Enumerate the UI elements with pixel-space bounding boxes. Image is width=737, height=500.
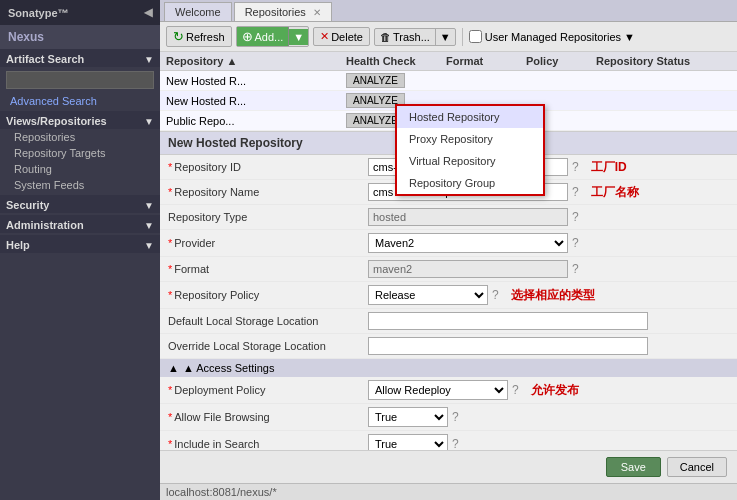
form-label-include-search: *Include in Search: [168, 438, 368, 450]
deployment-select[interactable]: Allow Redeploy Disable Redeploy Read Onl…: [368, 380, 508, 400]
tab-close-icon[interactable]: ✕: [313, 7, 321, 18]
form-field-provider: Maven2 ?: [368, 233, 729, 253]
sidebar-item-routing[interactable]: Routing: [0, 161, 160, 177]
form-row-policy: *Repository Policy Release Snapshot Mixe…: [160, 282, 737, 309]
bottom-bar: Save Cancel: [160, 450, 737, 483]
form-row-file-browsing: *Allow File Browsing True False ?: [160, 404, 737, 431]
policy-help-icon[interactable]: ?: [492, 288, 499, 302]
status-bar: localhost:8081/nexus/*: [160, 483, 737, 500]
tab-welcome[interactable]: Welcome: [164, 2, 232, 21]
trash-button[interactable]: 🗑 Trash... ▼: [374, 28, 456, 46]
sidebar-item-feeds[interactable]: System Feeds: [0, 177, 160, 193]
row-repo-name: Public Repo...: [166, 115, 346, 127]
artifact-search-arrow[interactable]: ▼: [144, 54, 154, 65]
form-label-deployment: *Deployment Policy: [168, 384, 368, 396]
user-managed-checkbox[interactable]: User Managed Repositories ▼: [469, 30, 635, 43]
administration-arrow[interactable]: ▼: [144, 220, 154, 231]
row-repo-name: New Hosted R...: [166, 75, 346, 87]
views-section: Views/Repositories ▼: [0, 111, 160, 129]
file-browsing-help-icon[interactable]: ?: [452, 410, 459, 424]
default-storage-input[interactable]: [368, 312, 648, 330]
dropdown-item-hosted[interactable]: Hosted Repository: [397, 106, 543, 128]
sidebar-item-repositories[interactable]: Repositories: [0, 129, 160, 145]
save-button[interactable]: Save: [606, 457, 661, 477]
form-label-provider: *Provider: [168, 237, 368, 249]
file-browsing-select[interactable]: True False: [368, 407, 448, 427]
form-row-deployment: *Deployment Policy Allow Redeploy Disabl…: [160, 377, 737, 404]
form-label-repo-id: *Repository ID: [168, 161, 368, 173]
repo-name-help-icon[interactable]: ?: [572, 185, 579, 199]
status-text: localhost:8081/nexus/*: [166, 486, 277, 498]
form-row-include-search: *Include in Search True False ?: [160, 431, 737, 450]
include-search-select[interactable]: True False: [368, 434, 448, 450]
dropdown-menu-panel: Hosted Repository Proxy Repository Virtu…: [395, 104, 545, 196]
dropdown-item-virtual[interactable]: Virtual Repository: [397, 150, 543, 172]
search-input[interactable]: [6, 71, 154, 89]
sidebar-item-targets[interactable]: Repository Targets: [0, 145, 160, 161]
trash-icon: 🗑: [380, 31, 391, 43]
dropdown-item-proxy[interactable]: Proxy Repository: [397, 128, 543, 150]
repos-table-header: Repository ▲ Health Check Format Policy …: [160, 52, 737, 71]
row-repo-name: New Hosted R...: [166, 95, 346, 107]
add-button[interactable]: ⊕ Add... ▼: [236, 26, 310, 47]
dropdown-arrow-icon[interactable]: ▼: [624, 31, 635, 43]
security-label: Security: [6, 199, 49, 211]
delete-icon: ✕: [320, 30, 329, 43]
views-label: Views/Repositories: [6, 115, 107, 127]
form-field-file-browsing: True False ?: [368, 407, 729, 427]
access-settings-section[interactable]: ▲ ▲ Access Settings: [160, 359, 737, 377]
nexus-label: Nexus: [0, 25, 160, 49]
sidebar: Sonatype™ ◀ Nexus Artifact Search ▼ Adva…: [0, 0, 160, 500]
access-settings-label: ▲ Access Settings: [183, 362, 275, 374]
include-search-help-icon[interactable]: ?: [452, 437, 459, 450]
form-label-override-storage: Override Local Storage Location: [168, 340, 368, 352]
format-input: [368, 260, 568, 278]
col-header-repository: Repository ▲: [166, 55, 346, 67]
form-field-policy: Release Snapshot Mixed ? 选择相应的类型: [368, 285, 729, 305]
override-storage-input[interactable]: [368, 337, 648, 355]
cancel-button[interactable]: Cancel: [667, 457, 727, 477]
policy-select[interactable]: Release Snapshot Mixed: [368, 285, 488, 305]
refresh-icon: ↻: [173, 29, 184, 44]
form-field-default-storage: [368, 312, 729, 330]
form-row-format: *Format ?: [160, 257, 737, 282]
toolbar: ↻ Refresh ⊕ Add... ▼ ✕ Delete 🗑 Trash...: [160, 22, 737, 52]
user-managed-check[interactable]: [469, 30, 482, 43]
format-help-icon[interactable]: ?: [572, 262, 579, 276]
refresh-button[interactable]: ↻ Refresh: [166, 26, 232, 47]
dropdown-item-group[interactable]: Repository Group: [397, 172, 543, 194]
provider-select[interactable]: Maven2: [368, 233, 568, 253]
form-row-repo-type: Repository Type ?: [160, 205, 737, 230]
access-collapse-icon: ▲: [168, 362, 179, 374]
collapse-icon[interactable]: ◀: [144, 6, 152, 19]
form-row-provider: *Provider Maven2 ?: [160, 230, 737, 257]
views-arrow[interactable]: ▼: [144, 116, 154, 127]
repo-name-note: 工厂名称: [591, 184, 639, 201]
col-header-policy: Policy: [526, 55, 596, 67]
repo-id-help-icon[interactable]: ?: [572, 160, 579, 174]
trash-main[interactable]: 🗑 Trash...: [375, 29, 436, 45]
form-field-deployment: Allow Redeploy Disable Redeploy Read Onl…: [368, 380, 729, 400]
repo-id-note: 工厂ID: [591, 159, 627, 176]
administration-label: Administration: [6, 219, 84, 231]
help-arrow[interactable]: ▼: [144, 240, 154, 251]
add-main[interactable]: ⊕ Add...: [237, 27, 290, 46]
security-section: Security ▼: [0, 195, 160, 213]
deployment-help-icon[interactable]: ?: [512, 383, 519, 397]
add-dropdown-menu: Hosted Repository Proxy Repository Virtu…: [395, 104, 545, 196]
advanced-search-link[interactable]: Advanced Search: [0, 93, 160, 109]
add-dropdown-arrow[interactable]: ▼: [289, 29, 308, 45]
delete-button[interactable]: ✕ Delete: [313, 27, 370, 46]
col-header-health: Health Check: [346, 55, 446, 67]
table-row[interactable]: New Hosted R... ANALYZE: [160, 71, 737, 91]
administration-section: Administration ▼: [0, 215, 160, 233]
tab-repositories[interactable]: Repositories ✕: [234, 2, 332, 21]
analyze-button[interactable]: ANALYZE: [346, 73, 405, 88]
security-arrow[interactable]: ▼: [144, 200, 154, 211]
provider-help-icon[interactable]: ?: [572, 236, 579, 250]
help-label: Help: [6, 239, 30, 251]
form-row-default-storage: Default Local Storage Location: [160, 309, 737, 334]
trash-dropdown-arrow[interactable]: ▼: [436, 29, 455, 45]
repo-type-help-icon[interactable]: ?: [572, 210, 579, 224]
form-label-repo-type: Repository Type: [168, 211, 368, 223]
